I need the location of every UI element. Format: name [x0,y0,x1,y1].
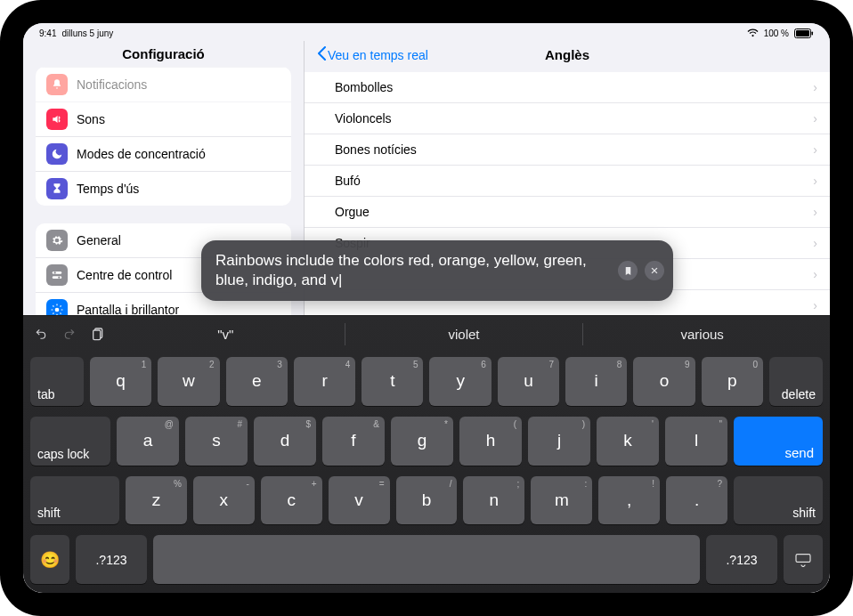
list-item[interactable]: Bombolles› [305,72,830,103]
key-e[interactable]: 3e [226,357,288,406]
live-speech-text: Rainbows include the colors red, orange,… [215,252,587,288]
suggestion-1[interactable]: "v" [107,323,345,345]
svg-line-15 [61,305,61,306]
undo-icon[interactable] [32,325,50,343]
svg-rect-2 [812,31,814,35]
tab-key[interactable]: tab [30,357,84,406]
key-v[interactable]: =v [329,476,390,525]
chevron-right-icon: › [813,142,817,157]
live-speech-input[interactable]: Rainbows include the colors red, orange,… [201,240,673,301]
list-item[interactable]: Violoncels› [305,103,830,134]
key-s[interactable]: #s [185,417,248,466]
battery-icon [794,28,814,38]
sidebar-item-label: General [77,233,121,247]
suggestion-3[interactable]: various [582,323,821,345]
svg-point-6 [58,276,60,278]
key-x[interactable]: -x [193,476,255,525]
key-t[interactable]: 5t [362,357,423,406]
sidebar-item-label: Notificacions [77,77,147,92]
key-j[interactable]: )j [528,417,590,466]
detail-header: Veu en temps real Anglès [305,41,830,72]
clipboard-icon[interactable] [89,325,107,343]
key-w[interactable]: 2w [158,357,219,406]
key-u[interactable]: 7u [498,357,559,406]
status-bar: 9:41 dilluns 5 juny 100 % [23,23,830,41]
chevron-left-icon [317,46,326,63]
emoji-key[interactable]: 😊 [30,535,69,584]
speaker-icon [46,109,68,130]
key-b[interactable]: /b [396,476,458,525]
key-c[interactable]: +c [261,476,322,525]
moon-icon [46,143,68,165]
list-item[interactable]: Bufó› [305,166,830,197]
text-caret [338,272,342,288]
redo-icon[interactable] [61,325,78,343]
prediction-bar: "v" violet various [23,316,830,352]
capslock-key[interactable]: caps lock [30,417,110,466]
svg-rect-20 [796,554,810,562]
list-item-label: Orgue [335,205,370,219]
space-key[interactable] [153,535,700,584]
hourglass-icon [46,178,68,199]
svg-rect-3 [53,272,62,274]
key-d[interactable]: $d [254,417,316,466]
svg-line-13 [61,313,61,314]
sidebar-item-label: Modes de concentració [77,147,206,161]
key-m[interactable]: :m [531,476,592,525]
key-h[interactable]: (h [459,417,522,466]
key-a[interactable]: @a [117,417,179,466]
key-o[interactable]: 9o [633,357,695,406]
numbers-key-right[interactable]: .?123 [706,535,777,584]
key-g[interactable]: *g [391,417,453,466]
sidebar-item-sounds[interactable]: Sons [36,102,291,137]
chevron-right-icon: › [813,236,817,250]
back-button[interactable]: Veu en temps real [317,46,428,63]
bell-icon [46,74,68,95]
wifi-icon [747,28,759,37]
device-frame: 9:41 dilluns 5 juny 100 % Configuració [0,0,853,616]
sidebar-group-1: Notificacions Sons Modes de concentració [36,67,291,206]
gear-icon [46,230,68,251]
key-period[interactable]: ?. [666,476,727,525]
close-button[interactable] [645,261,664,280]
list-item-label: Violoncels [335,111,392,126]
key-r[interactable]: 4r [294,357,355,406]
back-label: Veu en temps real [328,48,428,62]
dismiss-keyboard-key[interactable] [784,535,823,584]
switches-icon [46,264,68,286]
list-item[interactable]: Orgue› [305,197,830,228]
key-i[interactable]: 8i [565,357,627,406]
key-y[interactable]: 6y [429,357,491,406]
chevron-right-icon: › [813,174,817,188]
key-k[interactable]: 'k [597,417,659,466]
battery-text: 100 % [764,28,789,38]
key-comma[interactable]: !, [598,476,660,525]
sidebar-item-label: Sons [77,112,105,126]
key-q[interactable]: 1q [90,357,151,406]
list-item[interactable]: Bones notícies› [305,134,830,166]
key-f[interactable]: &f [322,417,385,466]
list-item-label: Bones notícies [335,142,417,157]
key-z[interactable]: %z [126,476,187,525]
sidebar-item-focus[interactable]: Modes de concentració [36,137,291,172]
key-l[interactable]: "l [665,417,727,466]
sidebar-item-screentime[interactable]: Temps d'ús [36,172,291,206]
svg-rect-1 [796,30,809,36]
svg-point-5 [54,272,56,273]
bubble-actions [618,261,664,280]
chevron-right-icon: › [813,298,817,312]
svg-point-7 [55,308,60,312]
suggestion-2[interactable]: violet [345,323,583,345]
svg-line-14 [53,313,53,314]
key-n[interactable]: ;n [463,476,524,525]
key-p[interactable]: 0p [702,357,763,406]
chevron-right-icon: › [813,267,817,281]
sidebar-item-notifications[interactable]: Notificacions [36,67,291,102]
shift-key-right[interactable]: shift [734,476,823,525]
bookmark-button[interactable] [618,261,638,280]
delete-key[interactable]: delete [769,357,823,406]
shift-key-left[interactable]: shift [30,476,119,525]
list-item-label: Bufó [335,174,361,188]
send-key[interactable]: send [734,417,823,466]
numbers-key-left[interactable]: .?123 [76,535,147,584]
